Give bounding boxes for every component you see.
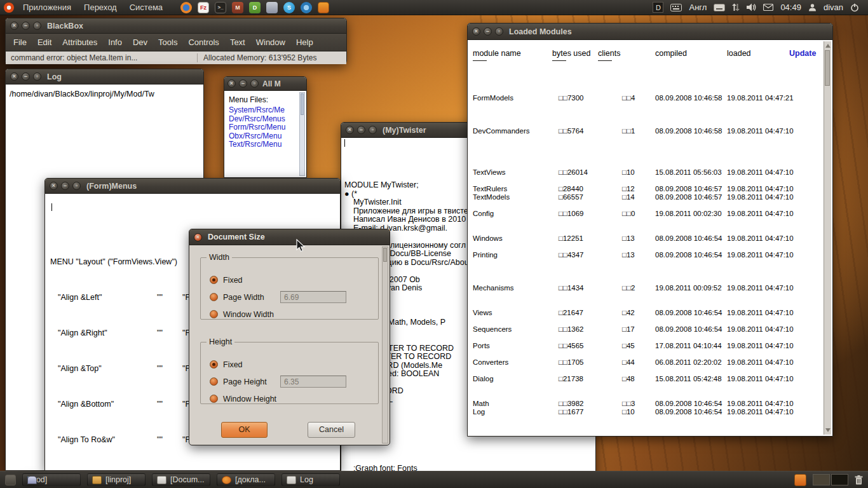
orange-app-icon[interactable] [318, 2, 329, 13]
ok-button[interactable]: OK [221, 422, 268, 438]
filezilla-icon[interactable]: Fz [198, 2, 209, 13]
distro-logo-icon[interactable] [4, 3, 14, 13]
panel-menu[interactable]: Переход [79, 1, 122, 13]
menu-file-link[interactable]: System/Rsrc/Me [229, 106, 297, 115]
close-button-icon[interactable] [10, 22, 18, 30]
module-row[interactable]: TextModels □66557 □14 08.09.2008 10:46:5… [473, 193, 822, 201]
cancel-button[interactable]: Cancel [308, 422, 355, 438]
panel-menu[interactable]: Система [125, 1, 168, 13]
trash-icon[interactable] [855, 475, 863, 485]
log-titlebar[interactable]: Log [6, 69, 203, 85]
menubar-item[interactable]: File [13, 37, 27, 47]
minimize-button-icon[interactable] [484, 27, 492, 36]
keyboard-icon[interactable] [670, 4, 682, 11]
menubar-item[interactable]: Info [108, 37, 122, 47]
module-row[interactable]: TextViews □□26014 □10 15.08.2011 05:56:0… [473, 168, 822, 177]
scroll-down-icon[interactable] [825, 428, 831, 432]
close-button-icon[interactable] [10, 72, 18, 81]
scroll-up-icon[interactable] [825, 44, 831, 48]
clock[interactable]: 04:49 [780, 3, 801, 12]
minimize-button-icon[interactable] [357, 126, 365, 134]
panel-menu[interactable]: Приложения [18, 1, 76, 13]
menubar-item[interactable]: Tools [158, 37, 177, 47]
module-row[interactable]: FormModels □□7300 □□4 08.09.2008 10:46:5… [473, 94, 822, 102]
minimize-button-icon[interactable] [22, 72, 30, 81]
radio-icon[interactable] [210, 377, 218, 386]
scrollbar[interactable] [299, 92, 305, 176]
menubar-item[interactable]: Attributes [62, 37, 97, 47]
mail-icon[interactable] [763, 4, 773, 11]
menubar-item[interactable]: Edit [37, 37, 51, 47]
module-row[interactable]: Mechanisms □□1434 □□2 19.08.2011 00:09:5… [473, 284, 822, 292]
green-d-icon[interactable]: D [249, 2, 261, 13]
scrollbar-thumb[interactable] [825, 50, 830, 86]
module-row[interactable]: Math □□3982 □□3 08.09.2008 10:46:54 19.0… [473, 400, 822, 408]
scrollbar[interactable] [824, 41, 831, 435]
notification-box-icon[interactable]: D [653, 2, 663, 13]
taskbar-button[interactable]: [linproj] [87, 473, 146, 486]
close-button-icon[interactable] [346, 126, 354, 134]
power-icon[interactable] [850, 3, 859, 12]
radio-option-fixed-height[interactable]: Fixed [210, 358, 378, 370]
menubar-item[interactable]: Controls [188, 37, 219, 47]
minimize-button-icon[interactable] [22, 22, 30, 30]
volume-icon[interactable] [747, 3, 756, 11]
module-row[interactable]: Windows □12251 □13 08.09.2008 10:46:54 1… [473, 234, 822, 243]
radio-icon[interactable] [210, 293, 218, 301]
taskbar-button[interactable]: [докла... [217, 473, 275, 486]
menu-files-area[interactable]: Menu Files: System/Rsrc/MeDev/Rsrc/Menus… [224, 91, 306, 177]
radio-option-window-width[interactable]: Window Width [210, 308, 378, 320]
menu-file-link[interactable]: Dev/Rsrc/Menus [229, 115, 297, 124]
menu-file-link[interactable]: Form/Rsrc/Menu [229, 123, 297, 132]
minimize-button-icon[interactable] [61, 182, 69, 190]
menubar-item[interactable]: Help [296, 37, 313, 47]
module-row[interactable]: TextRulers □28440 □12 08.09.2008 10:46:5… [473, 185, 822, 193]
module-row[interactable]: Config □□1069 □□0 19.08.2011 00:02:30 19… [473, 210, 822, 218]
taskbar-button[interactable]: [Docum... [152, 473, 210, 486]
maximize-button-icon[interactable] [250, 79, 259, 88]
menubar-item[interactable]: Text [230, 37, 245, 47]
close-button-icon[interactable] [227, 79, 236, 88]
network-sync-icon[interactable] [732, 3, 740, 11]
maximize-button-icon[interactable] [369, 126, 377, 134]
module-row[interactable]: Views □21647 □42 08.09.2008 10:46:54 19.… [473, 309, 822, 317]
scrollbar-thumb[interactable] [383, 248, 387, 262]
skype-icon[interactable]: S [283, 2, 295, 13]
workspace-1[interactable] [813, 474, 830, 485]
maximize-button-icon[interactable] [495, 27, 503, 36]
all-menus-titlebar[interactable]: All M [224, 77, 306, 91]
app-launcher-icon[interactable] [794, 474, 806, 486]
maxima-icon[interactable]: M [232, 2, 243, 13]
loaded-modules-titlebar[interactable]: Loaded Modules [468, 24, 832, 40]
update-link[interactable]: Update [789, 49, 822, 61]
minimize-button-icon[interactable] [239, 79, 247, 88]
taskbar-button[interactable]: Log [281, 473, 340, 486]
maximize-button-icon[interactable] [33, 72, 41, 81]
radio-icon[interactable] [210, 276, 218, 284]
blackbox-titlebar[interactable]: BlackBox [6, 18, 346, 34]
editor-icon[interactable] [266, 2, 278, 13]
document-size-titlebar[interactable]: Document Size [189, 229, 390, 245]
firefox-icon[interactable] [180, 2, 192, 13]
module-row[interactable]: Dialog □21738 □48 15.08.2011 05:42:48 19… [473, 375, 822, 383]
keyboard-layout-indicator[interactable]: Англ [689, 3, 707, 12]
close-button-icon[interactable] [50, 182, 58, 190]
module-row[interactable]: Converters □□1705 □44 06.08.2011 02:20:0… [473, 358, 822, 367]
menubar-item[interactable]: Dev [133, 37, 147, 47]
page-width-field[interactable] [280, 291, 346, 303]
taskbar-button[interactable]: [Mod] [22, 473, 81, 486]
modules-table[interactable]: module name bytes used clients compiled … [468, 40, 832, 436]
module-row[interactable]: Sequencers □□1362 □17 08.09.2008 10:46:5… [473, 325, 822, 334]
workspace-2[interactable] [831, 474, 848, 485]
form-menus-titlebar[interactable]: (Form)Menus [45, 179, 340, 194]
input-method-icon[interactable] [714, 4, 725, 11]
radio-option-page-height[interactable]: Page Height [210, 376, 378, 388]
module-row[interactable]: Ports □□4565 □45 17.08.2011 04:10:44 19.… [473, 342, 822, 350]
terminal-icon[interactable]: >_ [215, 2, 226, 13]
scrollbar[interactable] [382, 247, 388, 444]
menubar-item[interactable]: Window [256, 37, 285, 47]
session-user-menu[interactable]: divan [824, 3, 843, 12]
menu-file-link[interactable]: Obx/Rsrc/Menu [229, 132, 297, 141]
menu-file-link[interactable]: Text/Rsrc/Menu [229, 140, 297, 149]
radio-option-fixed-width[interactable]: Fixed [210, 274, 378, 286]
